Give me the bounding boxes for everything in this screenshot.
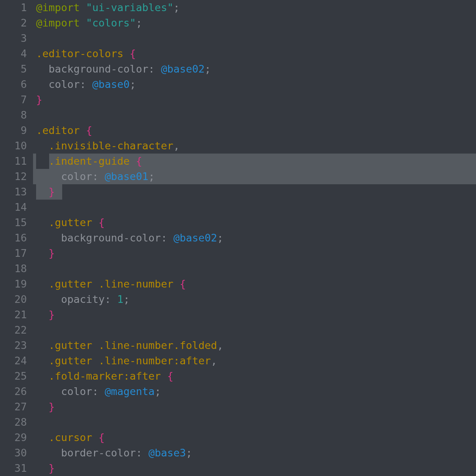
- token-prop: color: [61, 385, 92, 397]
- code-line[interactable]: color: @base0;: [33, 77, 476, 92]
- token-class: .gutter: [49, 217, 93, 228]
- code-area[interactable]: @import "ui-variables";@import "colors";…: [33, 0, 476, 476]
- code-line[interactable]: background-color: @base02;: [33, 61, 476, 77]
- code-line[interactable]: border-color: @base3;: [33, 445, 476, 461]
- line-number: 24: [0, 353, 33, 369]
- code-line[interactable]: .fold-marker:after {: [33, 369, 476, 384]
- code-line[interactable]: [33, 261, 476, 276]
- token-punct: ,: [211, 355, 217, 367]
- code-line[interactable]: .gutter {: [33, 215, 476, 230]
- code-line[interactable]: [33, 200, 476, 215]
- token-brace: {: [136, 155, 142, 167]
- line-number: 28: [0, 415, 33, 430]
- token-prop: border-color: [61, 447, 136, 459]
- code-line[interactable]: .editor {: [33, 123, 476, 138]
- token-punct: ;: [186, 447, 192, 459]
- code-line[interactable]: [33, 415, 476, 430]
- token-var: @base01: [105, 170, 149, 182]
- line-number: 25: [0, 369, 33, 384]
- code-line[interactable]: @import "ui-variables";: [33, 0, 476, 15]
- token-var: @magenta: [105, 385, 155, 397]
- line-number: 4: [0, 46, 33, 61]
- code-line[interactable]: }: [33, 184, 476, 200]
- token-punct: ;: [217, 232, 223, 244]
- code-line[interactable]: }: [33, 92, 476, 107]
- token-prop: background-color: [61, 232, 161, 244]
- token-brace: }: [49, 462, 55, 474]
- line-number: 21: [0, 307, 33, 322]
- token-string: "ui-variables": [86, 2, 174, 13]
- line-number: 12: [0, 169, 33, 184]
- code-line[interactable]: color: @magenta;: [33, 384, 476, 399]
- line-number: 7: [0, 92, 33, 107]
- code-line[interactable]: .editor-colors {: [33, 46, 476, 61]
- token-brace: }: [49, 247, 55, 259]
- token-punct: [130, 155, 136, 167]
- token-class: .gutter: [49, 278, 93, 290]
- token-var: @base02: [174, 232, 217, 244]
- token-punct: [174, 278, 180, 290]
- token-class: .cursor: [49, 431, 93, 443]
- code-line[interactable]: [33, 107, 476, 123]
- code-line[interactable]: .cursor {: [33, 430, 476, 445]
- code-line[interactable]: color: @base01;: [33, 169, 476, 184]
- code-line[interactable]: .gutter .line-number:after,: [33, 353, 476, 369]
- code-line[interactable]: [33, 31, 476, 46]
- line-number: 6: [0, 77, 33, 92]
- token-atrule: @import: [36, 2, 80, 13]
- code-line[interactable]: @import "colors";: [33, 15, 476, 31]
- token-pseudo: :after: [124, 370, 161, 382]
- line-number: 27: [0, 399, 33, 415]
- token-punct: [92, 431, 98, 443]
- code-line[interactable]: .invisible-character,: [33, 138, 476, 154]
- line-number: 26: [0, 384, 33, 399]
- token-punct: ;: [124, 293, 130, 305]
- token-prop: opacity: [61, 293, 105, 305]
- code-line[interactable]: }: [33, 399, 476, 415]
- token-punct: [124, 48, 130, 60]
- token-punct: :: [92, 170, 105, 182]
- code-line[interactable]: [33, 322, 476, 338]
- token-punct: :: [136, 447, 149, 459]
- token-brace: }: [49, 401, 55, 413]
- code-line[interactable]: .indent-guide {: [33, 154, 476, 169]
- token-var: @base02: [161, 63, 205, 75]
- code-line[interactable]: }: [33, 246, 476, 261]
- line-number: 19: [0, 276, 33, 292]
- line-number: 11: [0, 154, 33, 169]
- line-number: 22: [0, 322, 33, 338]
- token-num: 1: [117, 293, 123, 305]
- token-brace: {: [99, 431, 105, 443]
- code-line[interactable]: .gutter .line-number.folded,: [33, 338, 476, 353]
- token-class: .line-number: [99, 355, 174, 367]
- code-editor[interactable]: 1234567891011121314151617181920212223242…: [0, 0, 476, 476]
- token-brace: }: [49, 186, 55, 198]
- line-number: 3: [0, 31, 33, 46]
- token-punct: [92, 339, 98, 351]
- token-brace: {: [86, 124, 92, 136]
- line-number: 13: [0, 184, 33, 200]
- line-number: 15: [0, 215, 33, 230]
- token-punct: :: [105, 293, 117, 305]
- token-punct: ;: [130, 78, 136, 90]
- token-class: .invisible-character: [49, 140, 174, 152]
- token-class: .line-number: [99, 339, 174, 351]
- token-punct: ;: [205, 63, 211, 75]
- token-punct: ,: [174, 140, 180, 152]
- token-atrule: @import: [36, 17, 80, 29]
- token-punct: [80, 124, 86, 136]
- code-line[interactable]: background-color: @base02;: [33, 230, 476, 246]
- token-punct: :: [161, 232, 174, 244]
- code-line[interactable]: opacity: 1;: [33, 292, 476, 307]
- code-line[interactable]: }: [33, 461, 476, 476]
- token-var: @base3: [149, 447, 186, 459]
- token-class: .line-number: [99, 278, 174, 290]
- token-class: .gutter: [49, 339, 93, 351]
- code-line[interactable]: }: [33, 307, 476, 322]
- token-punct: ;: [155, 385, 161, 397]
- line-number: 14: [0, 200, 33, 215]
- code-line[interactable]: .gutter .line-number {: [33, 276, 476, 292]
- token-brace: {: [130, 48, 136, 60]
- token-class: .fold-marker: [49, 370, 124, 382]
- token-prop: background-color: [49, 63, 149, 75]
